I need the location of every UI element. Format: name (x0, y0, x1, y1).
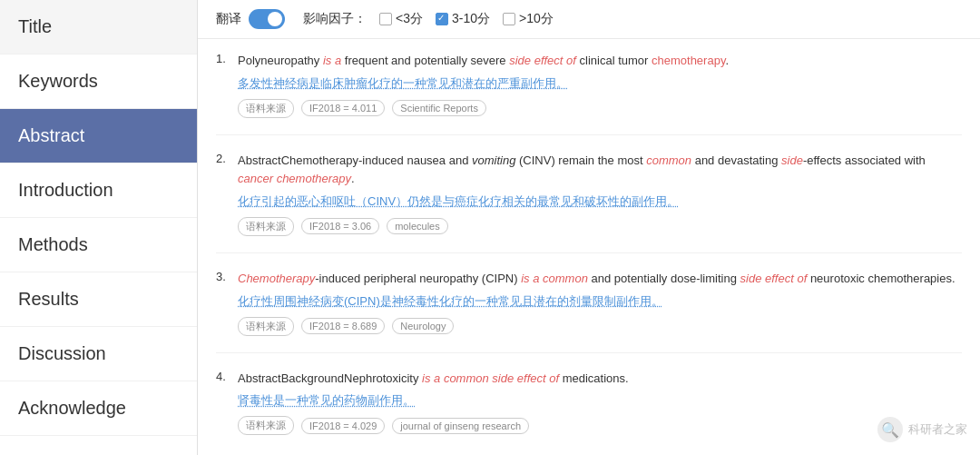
sidebar-item-acknowledge[interactable]: Acknowledge (0, 381, 197, 436)
toolbar: 翻译影响因子：<3分3-10分>10分 (198, 0, 980, 39)
entry-header-1: 1.Polyneuropathy is a frequent and poten… (216, 52, 962, 71)
entry-tags-4: 语料来源IF2018 = 4.029journal of ginseng res… (238, 416, 962, 435)
tag-journal: journal of ginseng research (392, 418, 529, 434)
en-part: is a common side effect of (422, 371, 559, 385)
en-part: -effects associated with (803, 153, 926, 167)
entry-header-2: 2.AbstractChemotherapy-induced nausea an… (216, 152, 962, 190)
entry-en-4: AbstractBackgroundNephrotoxicity is a co… (238, 370, 962, 389)
factor-option-3to10[interactable]: 3-10分 (436, 11, 490, 27)
sidebar-item-keywords[interactable]: Keywords (0, 54, 197, 109)
en-part: neurotoxic chemotherapies. (807, 272, 955, 285)
sidebar-item-methods[interactable]: Methods (0, 218, 197, 272)
en-part: clinical tumor (576, 54, 652, 67)
checkbox-gt10[interactable] (503, 13, 515, 25)
entry-3: 3.Chemotherapy-induced peripheral neurop… (216, 270, 962, 353)
en-part: is a (323, 54, 341, 67)
entry-en-2: AbstractChemotherapy-induced nausea and … (238, 152, 962, 190)
entry-zh-2: 化疗引起的恶心和呕吐（CINV）仍然是与癌症化疗相关的最常见和破坏性的副作用。 (238, 193, 962, 212)
sidebar-item-results[interactable]: Results (0, 272, 197, 327)
entry-zh-1: 多发性神经病是临床肿瘤化疗的一种常见和潜在的严重副作用。 (238, 74, 962, 94)
tag-source: 语料来源 (238, 317, 294, 336)
factor-group: 影响因子：<3分3-10分>10分 (303, 11, 554, 27)
en-part: vomiting (472, 153, 515, 167)
en-part: Chemotherapy (238, 272, 315, 285)
entry-num-4: 4. (216, 370, 234, 383)
en-part: and potentially dose-limiting (588, 272, 740, 285)
checkbox-3to10[interactable] (436, 13, 448, 25)
en-part: cancer chemotherapy (238, 172, 351, 185)
tag-if: IF2018 = 4.011 (301, 100, 385, 116)
en-part: . (725, 54, 729, 67)
tag-if: IF2018 = 3.06 (301, 218, 379, 234)
factor-label-gt10: >10分 (519, 11, 554, 27)
entry-4: 4.AbstractBackgroundNephrotoxicity is a … (216, 370, 962, 452)
en-part: is a common (521, 272, 588, 285)
translate-label: 翻译 (216, 11, 241, 27)
content-area: 1.Polyneuropathy is a frequent and poten… (198, 39, 980, 455)
en-part: common (646, 153, 691, 167)
entry-tags-2: 语料来源IF2018 = 3.06molecules (238, 217, 962, 236)
tag-source: 语料来源 (238, 99, 294, 118)
factor-label-lt3: <3分 (396, 11, 423, 27)
checkbox-lt3[interactable] (379, 13, 392, 25)
entry-num-3: 3. (216, 270, 234, 283)
sidebar-item-abstract[interactable]: Abstract (0, 109, 197, 163)
entry-num-2: 2. (216, 152, 234, 165)
en-part: frequent and potentially severe (341, 54, 509, 67)
en-part: AbstractChemotherapy-induced nausea and (238, 153, 472, 167)
factor-option-gt10[interactable]: >10分 (503, 11, 554, 27)
entry-num-1: 1. (216, 52, 234, 65)
en-part: . (351, 172, 355, 185)
sidebar-item-discussion[interactable]: Discussion (0, 327, 197, 381)
entry-header-4: 4.AbstractBackgroundNephrotoxicity is a … (216, 370, 962, 389)
sidebar-item-title[interactable]: Title (0, 0, 197, 54)
factor-label-3to10: 3-10分 (452, 11, 490, 27)
factor-label: 影响因子： (303, 11, 367, 27)
entry-2: 2.AbstractChemotherapy-induced nausea an… (216, 152, 962, 253)
en-part: AbstractBackgroundNephrotoxicity (238, 371, 422, 385)
en-part: -induced peripheral neuropathy (CIPN) (315, 272, 521, 285)
entry-1: 1.Polyneuropathy is a frequent and poten… (216, 52, 962, 135)
entry-zh-4: 肾毒性是一种常见的药物副作用。 (238, 391, 962, 410)
en-part: side effect of (740, 272, 808, 285)
tag-journal: molecules (387, 218, 448, 234)
tag-if: IF2018 = 4.029 (301, 418, 385, 434)
translate-toggle-group: 翻译 (216, 9, 285, 29)
en-part: side effect of (509, 54, 576, 67)
tag-source: 语料来源 (238, 416, 294, 435)
entry-en-3: Chemotherapy-induced peripheral neuropat… (238, 270, 962, 289)
en-part: side (781, 153, 803, 167)
tag-source: 语料来源 (238, 217, 294, 236)
en-part: chemotherapy (652, 54, 725, 67)
sidebar: TitleKeywordsAbstractIntroductionMethods… (0, 0, 198, 455)
en-part: medications. (559, 371, 629, 385)
en-part: (CINV) remain the most (515, 153, 646, 167)
tag-journal: Neurology (392, 318, 454, 334)
translate-toggle[interactable] (249, 9, 285, 29)
entry-header-3: 3.Chemotherapy-induced peripheral neurop… (216, 270, 962, 289)
tag-journal: Scientific Reports (392, 100, 486, 116)
entry-tags-3: 语料来源IF2018 = 8.689Neurology (238, 317, 962, 336)
main-content: 翻译影响因子：<3分3-10分>10分 1.Polyneuropathy is … (198, 0, 980, 455)
factor-option-lt3[interactable]: <3分 (379, 11, 423, 27)
tag-if: IF2018 = 8.689 (301, 318, 385, 334)
en-part: and devastating (691, 153, 781, 167)
entry-en-1: Polyneuropathy is a frequent and potenti… (238, 52, 962, 71)
en-part: Polyneuropathy (238, 54, 323, 67)
entry-zh-3: 化疗性周围神经病变(CIPN)是神经毒性化疗的一种常见且潜在的剂量限制副作用。 (238, 292, 962, 312)
sidebar-item-introduction[interactable]: Introduction (0, 163, 197, 218)
entry-tags-1: 语料来源IF2018 = 4.011Scientific Reports (238, 99, 962, 118)
